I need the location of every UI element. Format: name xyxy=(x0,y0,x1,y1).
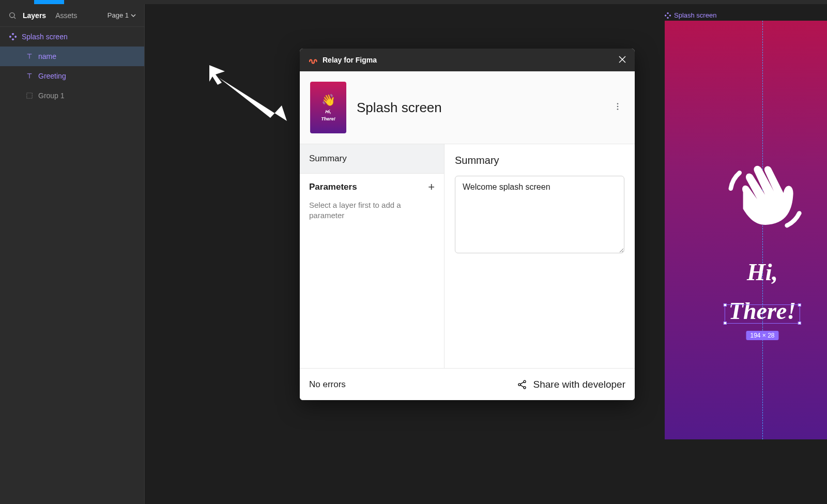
parameters-header: Parameters + xyxy=(300,173,444,200)
layer-greeting[interactable]: Greeting xyxy=(0,66,144,86)
parameters-hint: Select a layer first to add a parameter xyxy=(300,200,444,231)
wave-hand-icon xyxy=(718,150,806,240)
annotation-arrow xyxy=(209,65,292,129)
tab-assets[interactable]: Assets xyxy=(55,11,77,20)
svg-point-17 xyxy=(518,383,520,385)
toolbar-active-indicator xyxy=(34,0,64,4)
summary-heading: Summary xyxy=(455,155,624,166)
layer-label: name xyxy=(38,52,56,60)
summary-textarea[interactable] xyxy=(455,176,624,253)
kebab-icon xyxy=(613,102,622,111)
plugin-header[interactable]: Relay for Figma xyxy=(300,49,635,71)
greeting-hi-text[interactable]: Hi, xyxy=(665,258,827,286)
svg-marker-26 xyxy=(219,78,287,121)
search-icon[interactable] xyxy=(8,11,17,20)
greeting-there-text: There! xyxy=(728,297,797,325)
svg-point-0 xyxy=(10,12,14,17)
selection-handle[interactable] xyxy=(724,322,727,325)
parameters-label: Parameters xyxy=(309,182,357,192)
add-parameter-button[interactable]: + xyxy=(428,180,435,194)
share-with-developer-button[interactable]: Share with developer xyxy=(517,379,626,390)
errors-status: No errors xyxy=(309,379,346,390)
svg-rect-23 xyxy=(669,14,671,16)
summary-tab[interactable]: Summary xyxy=(300,144,444,173)
svg-rect-4 xyxy=(14,36,17,38)
component-icon xyxy=(9,33,17,40)
text-icon xyxy=(26,72,33,80)
splash-screen-frame[interactable]: Hi, There! 194 × 28 xyxy=(665,21,827,439)
text-icon xyxy=(26,53,33,60)
selection-size-badge: 194 × 28 xyxy=(746,331,778,340)
layer-splash-screen[interactable]: Splash screen xyxy=(0,27,144,47)
svg-rect-3 xyxy=(9,36,11,38)
share-icon xyxy=(517,379,527,390)
toolbar-strip xyxy=(0,0,827,4)
layer-label: Greeting xyxy=(38,72,66,80)
thumb-text-hi: Hi, xyxy=(325,109,331,114)
tab-layers[interactable]: Layers xyxy=(23,11,46,20)
layer-label: Group 1 xyxy=(38,91,65,100)
plugin-body: Summary Parameters + Select a layer firs… xyxy=(300,144,635,368)
more-menu-button[interactable] xyxy=(611,100,624,115)
component-thumbnail: 👋 Hi, There! xyxy=(310,82,346,133)
frame-label[interactable]: Splash screen xyxy=(665,11,716,19)
svg-rect-24 xyxy=(667,17,669,19)
chevron-down-icon xyxy=(131,13,136,18)
close-icon xyxy=(618,55,626,64)
selection-handle[interactable] xyxy=(724,303,727,307)
selection-handle[interactable] xyxy=(798,303,801,307)
svg-point-18 xyxy=(523,386,525,388)
svg-line-19 xyxy=(520,382,523,384)
thumb-text-there: There! xyxy=(321,116,335,121)
svg-point-16 xyxy=(523,380,525,383)
close-button[interactable] xyxy=(618,55,626,65)
plugin-title: Relay for Figma xyxy=(323,56,377,64)
svg-line-1 xyxy=(14,17,16,19)
relay-logo-icon xyxy=(308,55,317,65)
layer-label: Splash screen xyxy=(22,33,68,41)
svg-marker-25 xyxy=(209,65,225,85)
svg-rect-2 xyxy=(12,33,14,35)
selection-handle[interactable] xyxy=(798,322,801,325)
plugin-right-pane: Summary xyxy=(445,144,635,368)
page-selector[interactable]: Page 1 xyxy=(108,11,136,19)
left-sidebar: Layers Assets Page 1 Splash screen name … xyxy=(0,4,145,504)
sidebar-header: Layers Assets Page 1 xyxy=(0,4,144,27)
svg-point-13 xyxy=(617,103,619,104)
plugin-footer: No errors Share with developer xyxy=(300,368,635,400)
svg-rect-21 xyxy=(667,12,669,14)
svg-point-15 xyxy=(617,109,619,110)
component-icon xyxy=(665,12,671,19)
svg-point-14 xyxy=(617,106,619,108)
group-icon xyxy=(26,92,33,99)
svg-rect-5 xyxy=(12,38,14,40)
component-name: Splash screen xyxy=(357,100,442,116)
frame-label-text: Splash screen xyxy=(674,11,716,19)
layer-name[interactable]: name xyxy=(0,47,144,66)
layer-group-1[interactable]: Group 1 xyxy=(0,86,144,105)
name-text-layer[interactable]: There! xyxy=(728,297,797,325)
svg-line-20 xyxy=(520,385,523,387)
share-label: Share with developer xyxy=(533,379,626,390)
selection-outline xyxy=(725,304,800,324)
canvas[interactable]: Relay for Figma 👋 Hi, There! Splash scre… xyxy=(145,4,827,504)
svg-rect-10 xyxy=(27,93,33,99)
wave-hand-icon: 👋 xyxy=(321,94,335,107)
svg-rect-22 xyxy=(665,14,667,16)
plugin-left-pane: Summary Parameters + Select a layer firs… xyxy=(300,144,445,368)
page-label: Page 1 xyxy=(108,11,129,19)
plugin-component-bar: 👋 Hi, There! Splash screen xyxy=(300,71,635,144)
relay-plugin-panel: Relay for Figma 👋 Hi, There! Splash scre… xyxy=(300,49,635,400)
